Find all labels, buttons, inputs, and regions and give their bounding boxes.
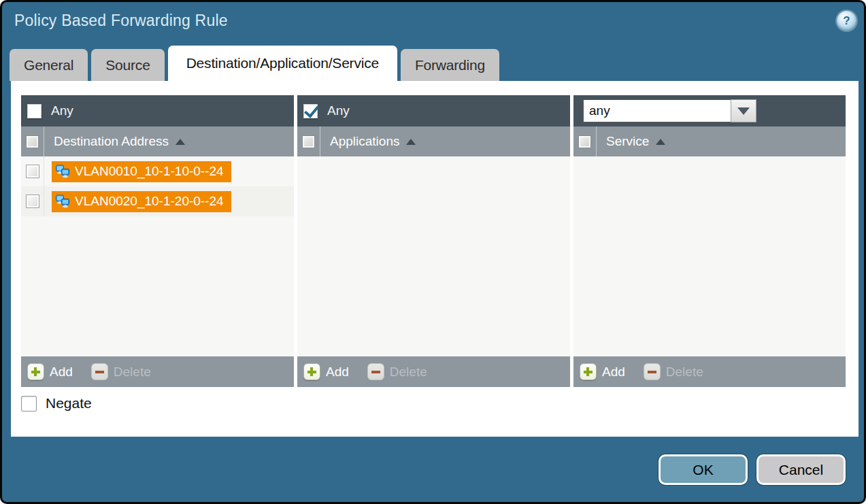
plus-icon[interactable] xyxy=(303,363,320,380)
service-list xyxy=(573,156,846,356)
ok-button[interactable]: OK xyxy=(659,454,748,485)
minus-icon[interactable] xyxy=(367,363,384,380)
destination-footer: Add Delete xyxy=(21,356,294,387)
row-checkbox[interactable] xyxy=(26,165,39,178)
service-dropdown-row xyxy=(573,95,846,127)
service-add-button[interactable]: Add xyxy=(602,365,625,380)
dialog-title: Policy Based Forwarding Rule xyxy=(14,12,228,30)
service-dropdown xyxy=(583,99,756,122)
destination-select-all-checkbox[interactable] xyxy=(26,135,39,148)
service-delete-button[interactable]: Delete xyxy=(666,365,703,380)
destination-address-label: VLAN0010_10-1-10-0--24 xyxy=(75,164,224,179)
sort-ascending-triangle xyxy=(176,139,185,145)
service-dropdown-button[interactable] xyxy=(731,99,756,122)
negate-checkbox[interactable] xyxy=(21,396,37,411)
network-icon xyxy=(55,165,70,178)
policy-based-forwarding-dialog: Policy Based Forwarding Rule General Sou… xyxy=(0,0,866,504)
tab-general[interactable]: General xyxy=(10,49,88,81)
applications-any-row: Any xyxy=(297,95,570,127)
destination-header-label: Destination Address xyxy=(54,134,169,149)
destination-delete-button[interactable]: Delete xyxy=(114,365,151,380)
applications-list xyxy=(297,156,570,356)
applications-header-label: Applications xyxy=(330,134,399,149)
destination-address-panel: Any Destination Address xyxy=(21,95,294,387)
tab-forwarding[interactable]: Forwarding xyxy=(401,49,499,81)
service-dropdown-input[interactable] xyxy=(583,99,731,122)
destination-any-label: Any xyxy=(51,103,73,118)
negate-label: Negate xyxy=(46,395,92,411)
destination-column-header[interactable]: Destination Address xyxy=(21,127,294,156)
table-row: VLAN0010_10-1-10-0--24 xyxy=(21,156,294,186)
destination-address-item[interactable]: VLAN0010_10-1-10-0--24 xyxy=(52,161,231,182)
minus-icon[interactable] xyxy=(91,363,108,380)
chevron-down-icon xyxy=(737,107,750,115)
applications-any-checkbox[interactable] xyxy=(303,104,318,118)
applications-footer: Add Delete xyxy=(297,356,570,387)
row-checkbox[interactable] xyxy=(26,195,39,208)
destination-any-row: Any xyxy=(21,95,294,127)
destination-any-checkbox[interactable] xyxy=(27,104,41,118)
service-column-header[interactable]: Service xyxy=(573,127,846,156)
service-footer: Add Delete xyxy=(573,356,846,387)
plus-icon[interactable] xyxy=(580,363,597,380)
applications-column-header[interactable]: Applications xyxy=(297,127,570,156)
tab-destination-application-service[interactable]: Destination/Application/Service xyxy=(168,46,397,81)
applications-delete-button[interactable]: Delete xyxy=(390,365,427,380)
service-select-all-checkbox[interactable] xyxy=(578,135,591,148)
applications-any-label: Any xyxy=(327,103,350,118)
table-row: VLAN0020_10-1-20-0--24 xyxy=(21,186,294,216)
network-icon xyxy=(55,195,70,208)
tab-source[interactable]: Source xyxy=(91,49,164,81)
plus-icon[interactable] xyxy=(27,363,44,380)
help-icon[interactable] xyxy=(837,11,856,31)
service-panel: Service Add Delete xyxy=(573,95,846,387)
applications-select-all-checkbox[interactable] xyxy=(302,135,315,148)
tab-content: Any Destination Address xyxy=(11,81,859,437)
minus-icon[interactable] xyxy=(644,363,661,380)
destination-address-label: VLAN0020_10-1-20-0--24 xyxy=(75,194,224,209)
destination-address-item[interactable]: VLAN0020_10-1-20-0--24 xyxy=(52,191,231,212)
negate-row: Negate xyxy=(21,395,92,411)
applications-add-button[interactable]: Add xyxy=(326,365,349,380)
cancel-button[interactable]: Cancel xyxy=(756,454,846,485)
applications-panel: Any Applications Add Delete xyxy=(297,95,570,387)
tab-bar: General Source Destination/Application/S… xyxy=(10,46,499,81)
destination-list: VLAN0010_10-1-10-0--24 xyxy=(21,156,294,356)
sort-ascending-triangle xyxy=(656,139,665,145)
destination-add-button[interactable]: Add xyxy=(50,365,73,380)
service-header-label: Service xyxy=(606,134,649,149)
sort-ascending-triangle xyxy=(406,139,416,145)
